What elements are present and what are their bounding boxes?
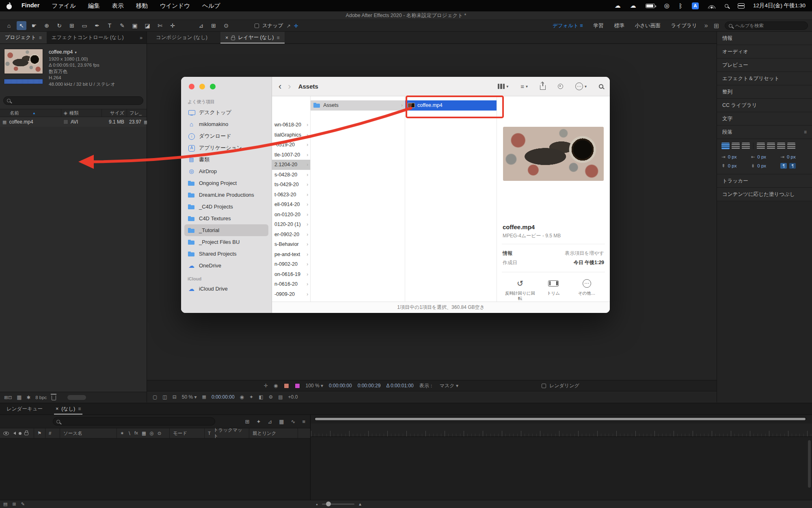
zoom-slider[interactable]	[322, 504, 354, 505]
justify-last-right-icon[interactable]	[777, 143, 785, 149]
hand-tool-icon[interactable]: ☛	[29, 21, 39, 30]
index-column[interactable]: #	[45, 428, 60, 438]
panel-tab-align[interactable]: 整列	[717, 85, 812, 99]
selection-tool-icon[interactable]: ↖	[17, 21, 26, 30]
layer-list-empty[interactable]	[0, 439, 310, 500]
lock-icon[interactable]	[24, 432, 28, 435]
home-tool-icon[interactable]: ⌂	[4, 21, 14, 30]
tags-icon[interactable]	[558, 84, 563, 89]
cloud-upload-icon[interactable]: ☁	[615, 2, 621, 9]
rotation-tool-icon[interactable]: ↻	[54, 21, 64, 30]
finder-window[interactable]: よく使う項目 デスクトップ miklomakino ダウン	[181, 77, 610, 313]
grid-guides-icon[interactable]	[202, 394, 206, 399]
sidebar-item-ongoing-project[interactable]: Ongoing Project	[184, 177, 268, 189]
finder-folder-row[interactable]: pe-and-text	[272, 250, 310, 260]
justify-last-left-icon[interactable]	[757, 143, 765, 149]
exposure-icon[interactable]	[278, 394, 283, 400]
out-point-time[interactable]: 0:00:00:29	[358, 383, 381, 389]
finder-folder-row[interactable]: s-Behavior	[272, 239, 310, 250]
close-icon[interactable]	[225, 35, 228, 41]
tab-layer[interactable]: レイヤー (なし)	[220, 32, 285, 43]
shy-switch-icon[interactable]: ✶	[120, 430, 124, 436]
workspace-tab[interactable]: 標準	[614, 22, 624, 29]
new-composition-icon[interactable]: ✱	[27, 395, 31, 400]
battery-icon[interactable]	[646, 4, 655, 8]
workspace-grid-icon[interactable]	[714, 22, 719, 30]
zoom-tool-icon[interactable]: ⊕	[42, 21, 52, 30]
render-checkbox[interactable]	[542, 384, 546, 388]
render-toggle[interactable]: レンダリング	[542, 382, 579, 389]
tab-project[interactable]: プロジェクト	[0, 32, 47, 43]
sidebar-item-documents[interactable]: 書類	[184, 154, 268, 165]
switches-column[interactable]: ✶∖fx▦◎⊙	[117, 428, 170, 438]
panel-menu-icon[interactable]	[804, 129, 807, 135]
sidebar-item-home[interactable]: miklomakino	[184, 118, 268, 130]
mask-color-swatch[interactable]	[284, 383, 289, 389]
view-mode-button[interactable]	[498, 84, 508, 89]
finder-folder-row[interactable]: 2.1204-20	[272, 160, 310, 170]
shy-layers-icon[interactable]: ⊿	[268, 419, 272, 425]
menu-item[interactable]: 移動	[136, 2, 148, 10]
av-features-columns[interactable]	[0, 428, 34, 438]
group-button[interactable]	[520, 83, 528, 90]
view-options-icon[interactable]	[264, 383, 268, 389]
shape-tool-icon[interactable]: ▭	[80, 21, 89, 30]
finder-folder-row[interactable]: n-0902-20	[272, 259, 310, 269]
world-axis-mode-icon[interactable]: ⊞	[209, 21, 218, 30]
finder-assets-row[interactable]: Assets	[311, 100, 405, 111]
forward-button[interactable]	[288, 81, 291, 92]
finder-folder-row[interactable]: -0519-20	[272, 140, 310, 150]
eye-icon[interactable]	[3, 432, 9, 435]
footage-name[interactable]: coffee.mp4	[49, 49, 115, 56]
split-view-icon[interactable]	[162, 394, 167, 400]
control-center-icon[interactable]	[738, 3, 744, 9]
more-actions-button[interactable]	[575, 82, 587, 90]
sidebar-item-c4d-projects[interactable]: _C4D Projects	[184, 201, 268, 213]
input-source-icon[interactable]: A	[692, 2, 699, 9]
panel-tab-effects-presets[interactable]: エフェクト＆プリセット	[717, 72, 812, 85]
more-action[interactable]: その他…	[570, 279, 603, 301]
sidebar-item-icloud-drive[interactable]: iCloud Drive	[184, 283, 268, 295]
region-of-interest-icon[interactable]	[274, 383, 278, 389]
tab-composition[interactable]: コンポジション (なし)	[147, 32, 212, 43]
menu-item[interactable]: ファイル	[52, 2, 76, 10]
trim-action[interactable]: トリム	[537, 279, 570, 301]
help-search-input[interactable]: ヘルプを検索	[725, 22, 808, 30]
new-folder-icon[interactable]	[17, 394, 22, 400]
collapse-switch-icon[interactable]: ∖	[128, 430, 131, 436]
zoom-slider-handle[interactable]	[326, 501, 331, 506]
share-icon[interactable]	[540, 85, 546, 90]
close-window-button[interactable]	[189, 84, 194, 89]
expand-inout-icon[interactable]	[21, 501, 25, 507]
snap-checkbox[interactable]	[255, 24, 259, 28]
frame-blend-switch-icon[interactable]: ▦	[142, 430, 146, 436]
panel-tab-character[interactable]: 文字	[717, 112, 812, 126]
finder-folder-row[interactable]: ts-0429-20	[272, 180, 310, 190]
zoom-out-icon[interactable]: ▲	[315, 503, 318, 506]
finder-search-icon[interactable]	[599, 84, 603, 89]
in-point-time[interactable]: 0:00:00:00	[329, 383, 352, 389]
sidebar-item-project-files-bu[interactable]: _Project Files BU	[184, 236, 268, 248]
zoom-window-button[interactable]	[210, 84, 216, 89]
sidebar-item-shared-projects[interactable]: Shared Projects	[184, 248, 268, 260]
sidebar-item-airdrop[interactable]: AirDrop	[184, 165, 268, 177]
zoom-in-icon[interactable]: ▲	[358, 502, 362, 506]
source-name-column[interactable]: ソース名	[60, 428, 117, 438]
view-axis-mode-icon[interactable]: ⊙	[221, 21, 231, 30]
effects-switch-icon[interactable]: fx	[134, 430, 138, 436]
duration-time[interactable]: Δ 0:00:01:00	[386, 383, 413, 389]
cloud-icon[interactable]: ☁	[630, 2, 636, 9]
pan-behind-tool-icon[interactable]: ⊞	[67, 21, 77, 30]
channels-icon[interactable]	[259, 394, 263, 400]
label-column[interactable]: ⚑	[34, 428, 45, 438]
timeline-ruler[interactable]	[311, 423, 812, 437]
align-center-icon[interactable]	[732, 143, 740, 149]
motion-blur-icon[interactable]: ∿	[291, 419, 296, 425]
project-item-row[interactable]: coffee.mp4 AVI 9.1 MB 23.97	[0, 117, 147, 127]
column-header-size[interactable]: サイズ	[102, 109, 127, 117]
column-header-type[interactable]: 種類	[61, 109, 102, 117]
finder-folder-row[interactable]: n-0616-20	[272, 279, 310, 289]
finder-folder-row[interactable]: on-0120-20	[272, 210, 310, 220]
zoom-level[interactable]: 100 %	[306, 383, 323, 389]
sidebar-item-c4d-textures[interactable]: C4D Textures	[184, 213, 268, 224]
